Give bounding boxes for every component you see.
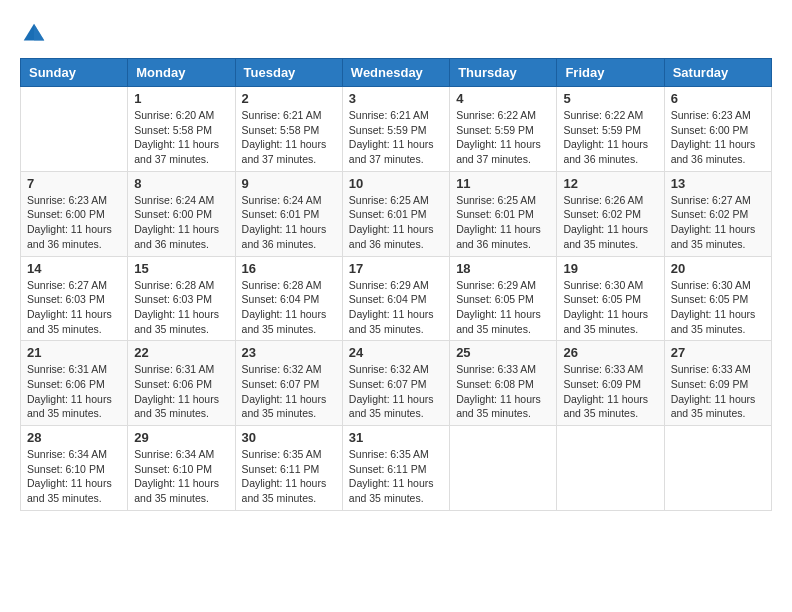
- day-info: Sunrise: 6:28 AMSunset: 6:03 PMDaylight:…: [134, 278, 228, 337]
- day-info-line: Sunset: 5:59 PM: [563, 124, 641, 136]
- day-info-line: Sunrise: 6:25 AM: [349, 194, 429, 206]
- day-info-line: and 35 minutes.: [242, 323, 317, 335]
- day-info-line: Sunrise: 6:28 AM: [242, 279, 322, 291]
- day-info-line: Daylight: 11 hours: [134, 393, 219, 405]
- day-info-line: Daylight: 11 hours: [242, 477, 327, 489]
- day-info: Sunrise: 6:26 AMSunset: 6:02 PMDaylight:…: [563, 193, 657, 252]
- day-info-line: Daylight: 11 hours: [563, 308, 648, 320]
- day-info-line: Sunset: 6:07 PM: [349, 378, 427, 390]
- calendar-cell: 27Sunrise: 6:33 AMSunset: 6:09 PMDayligh…: [664, 341, 771, 426]
- day-info: Sunrise: 6:20 AMSunset: 5:58 PMDaylight:…: [134, 108, 228, 167]
- day-info-line: Sunrise: 6:27 AM: [671, 194, 751, 206]
- day-info-line: Sunset: 5:58 PM: [134, 124, 212, 136]
- day-info-line: Daylight: 11 hours: [349, 393, 434, 405]
- day-info-line: Sunrise: 6:25 AM: [456, 194, 536, 206]
- day-info-line: Sunrise: 6:28 AM: [134, 279, 214, 291]
- day-info: Sunrise: 6:28 AMSunset: 6:04 PMDaylight:…: [242, 278, 336, 337]
- day-info-line: Sunset: 6:05 PM: [456, 293, 534, 305]
- day-info-line: and 37 minutes.: [456, 153, 531, 165]
- calendar-cell: 22Sunrise: 6:31 AMSunset: 6:06 PMDayligh…: [128, 341, 235, 426]
- calendar-cell: 16Sunrise: 6:28 AMSunset: 6:04 PMDayligh…: [235, 256, 342, 341]
- day-info: Sunrise: 6:31 AMSunset: 6:06 PMDaylight:…: [27, 362, 121, 421]
- calendar-cell: 4Sunrise: 6:22 AMSunset: 5:59 PMDaylight…: [450, 87, 557, 172]
- day-info: Sunrise: 6:22 AMSunset: 5:59 PMDaylight:…: [456, 108, 550, 167]
- calendar-cell: [664, 426, 771, 511]
- day-info-line: Daylight: 11 hours: [563, 223, 648, 235]
- day-info-line: Sunrise: 6:32 AM: [242, 363, 322, 375]
- day-info-line: and 35 minutes.: [242, 492, 317, 504]
- day-info-line: Daylight: 11 hours: [134, 223, 219, 235]
- day-number: 28: [27, 430, 121, 445]
- day-info-line: Daylight: 11 hours: [349, 308, 434, 320]
- day-number: 2: [242, 91, 336, 106]
- calendar-week-row: 1Sunrise: 6:20 AMSunset: 5:58 PMDaylight…: [21, 87, 772, 172]
- day-info-line: and 35 minutes.: [27, 407, 102, 419]
- calendar-cell: 21Sunrise: 6:31 AMSunset: 6:06 PMDayligh…: [21, 341, 128, 426]
- calendar-cell: 10Sunrise: 6:25 AMSunset: 6:01 PMDayligh…: [342, 171, 449, 256]
- day-info-line: Sunrise: 6:29 AM: [456, 279, 536, 291]
- day-number: 5: [563, 91, 657, 106]
- day-info: Sunrise: 6:35 AMSunset: 6:11 PMDaylight:…: [349, 447, 443, 506]
- col-thursday: Thursday: [450, 59, 557, 87]
- day-info-line: Sunrise: 6:35 AM: [349, 448, 429, 460]
- day-number: 6: [671, 91, 765, 106]
- col-wednesday: Wednesday: [342, 59, 449, 87]
- day-info: Sunrise: 6:27 AMSunset: 6:02 PMDaylight:…: [671, 193, 765, 252]
- day-info-line: Daylight: 11 hours: [27, 477, 112, 489]
- calendar-cell: 28Sunrise: 6:34 AMSunset: 6:10 PMDayligh…: [21, 426, 128, 511]
- day-info-line: Sunset: 6:07 PM: [242, 378, 320, 390]
- day-info-line: and 35 minutes.: [563, 323, 638, 335]
- day-info-line: and 35 minutes.: [671, 323, 746, 335]
- calendar-cell: 15Sunrise: 6:28 AMSunset: 6:03 PMDayligh…: [128, 256, 235, 341]
- day-info-line: Daylight: 11 hours: [134, 477, 219, 489]
- day-info-line: Sunrise: 6:27 AM: [27, 279, 107, 291]
- day-info-line: Sunset: 6:05 PM: [671, 293, 749, 305]
- day-info: Sunrise: 6:29 AMSunset: 6:04 PMDaylight:…: [349, 278, 443, 337]
- svg-marker-1: [34, 24, 44, 41]
- day-info: Sunrise: 6:34 AMSunset: 6:10 PMDaylight:…: [27, 447, 121, 506]
- day-info-line: Sunset: 6:08 PM: [456, 378, 534, 390]
- day-info-line: Sunrise: 6:30 AM: [671, 279, 751, 291]
- calendar-cell: 7Sunrise: 6:23 AMSunset: 6:00 PMDaylight…: [21, 171, 128, 256]
- day-number: 22: [134, 345, 228, 360]
- day-info: Sunrise: 6:33 AMSunset: 6:09 PMDaylight:…: [563, 362, 657, 421]
- day-number: 20: [671, 261, 765, 276]
- col-tuesday: Tuesday: [235, 59, 342, 87]
- calendar-cell: 1Sunrise: 6:20 AMSunset: 5:58 PMDaylight…: [128, 87, 235, 172]
- day-info-line: Sunrise: 6:24 AM: [242, 194, 322, 206]
- day-info-line: Daylight: 11 hours: [242, 223, 327, 235]
- day-info-line: and 36 minutes.: [563, 153, 638, 165]
- day-number: 15: [134, 261, 228, 276]
- day-info-line: Daylight: 11 hours: [456, 138, 541, 150]
- day-info-line: Sunset: 6:09 PM: [563, 378, 641, 390]
- day-info: Sunrise: 6:32 AMSunset: 6:07 PMDaylight:…: [242, 362, 336, 421]
- day-number: 26: [563, 345, 657, 360]
- day-info-line: and 36 minutes.: [134, 238, 209, 250]
- calendar-cell: 2Sunrise: 6:21 AMSunset: 5:58 PMDaylight…: [235, 87, 342, 172]
- day-number: 7: [27, 176, 121, 191]
- day-info-line: Sunrise: 6:32 AM: [349, 363, 429, 375]
- calendar-week-row: 21Sunrise: 6:31 AMSunset: 6:06 PMDayligh…: [21, 341, 772, 426]
- day-number: 30: [242, 430, 336, 445]
- day-info: Sunrise: 6:23 AMSunset: 6:00 PMDaylight:…: [671, 108, 765, 167]
- calendar-cell: 8Sunrise: 6:24 AMSunset: 6:00 PMDaylight…: [128, 171, 235, 256]
- calendar-cell: 12Sunrise: 6:26 AMSunset: 6:02 PMDayligh…: [557, 171, 664, 256]
- day-info-line: Sunset: 6:04 PM: [349, 293, 427, 305]
- col-saturday: Saturday: [664, 59, 771, 87]
- day-info: Sunrise: 6:30 AMSunset: 6:05 PMDaylight:…: [671, 278, 765, 337]
- day-number: 17: [349, 261, 443, 276]
- logo-icon: [20, 20, 48, 48]
- calendar-cell: 3Sunrise: 6:21 AMSunset: 5:59 PMDaylight…: [342, 87, 449, 172]
- day-number: 8: [134, 176, 228, 191]
- day-info-line: Daylight: 11 hours: [671, 223, 756, 235]
- day-info-line: and 36 minutes.: [456, 238, 531, 250]
- day-info-line: Sunset: 6:02 PM: [671, 208, 749, 220]
- day-info-line: and 36 minutes.: [671, 153, 746, 165]
- day-info-line: Sunrise: 6:35 AM: [242, 448, 322, 460]
- day-info-line: and 35 minutes.: [349, 407, 424, 419]
- day-info: Sunrise: 6:30 AMSunset: 6:05 PMDaylight:…: [563, 278, 657, 337]
- day-info-line: Sunrise: 6:31 AM: [134, 363, 214, 375]
- calendar-week-row: 28Sunrise: 6:34 AMSunset: 6:10 PMDayligh…: [21, 426, 772, 511]
- day-number: 27: [671, 345, 765, 360]
- calendar-cell: 13Sunrise: 6:27 AMSunset: 6:02 PMDayligh…: [664, 171, 771, 256]
